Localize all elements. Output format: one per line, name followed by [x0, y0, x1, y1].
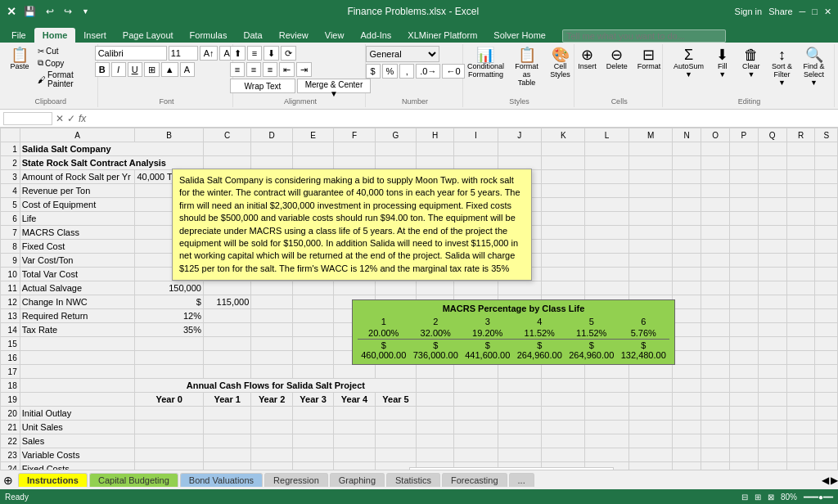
cell-f19[interactable]: Year 4	[334, 393, 375, 407]
quick-access-undo[interactable]: ↩	[43, 5, 56, 18]
zoom-slider[interactable]: ━━━●━━	[804, 493, 833, 502]
fill-color-button[interactable]: ▲	[161, 62, 178, 77]
formula-bar-check-icon[interactable]: ✓	[67, 113, 75, 124]
cut-button[interactable]: ✂ Cut	[34, 46, 92, 56]
tab-more[interactable]: ...	[509, 473, 534, 487]
font-name-input[interactable]	[95, 46, 167, 61]
maximize-button[interactable]: □	[812, 7, 818, 16]
bold-button[interactable]: B	[95, 62, 110, 77]
cell-a6[interactable]: Life	[20, 212, 135, 226]
cell-a4[interactable]: Revenue per Ton	[20, 184, 135, 198]
tab-file[interactable]: File	[3, 28, 34, 43]
search-input[interactable]	[562, 29, 726, 43]
format-cell-button[interactable]: ⊟ Format	[634, 46, 665, 72]
add-sheet-button[interactable]: ⊕	[3, 474, 13, 487]
tab-addins[interactable]: Add-Ins	[352, 28, 399, 43]
cell-c12[interactable]: 115,000	[203, 295, 250, 309]
col-header-k[interactable]: K	[542, 128, 585, 142]
col-header-d[interactable]: D	[251, 128, 292, 142]
tab-solver[interactable]: Solver Home	[485, 28, 554, 43]
tab-data[interactable]: Data	[235, 28, 270, 43]
page-layout-icon[interactable]: ⊞	[755, 493, 761, 502]
cell-b11[interactable]: 150,000	[135, 281, 203, 295]
orientation-button[interactable]: ⟳	[281, 46, 296, 61]
cell-a11[interactable]: Actual Salvage	[20, 281, 135, 295]
tab-xlminer[interactable]: XLMiner Platform	[399, 28, 485, 43]
increase-font-button[interactable]: A↑	[200, 46, 219, 61]
normal-view-icon[interactable]: ⊟	[741, 493, 748, 502]
font-size-input[interactable]	[169, 46, 198, 61]
scroll-right-icon[interactable]: ▶	[831, 475, 838, 486]
col-header-l[interactable]: L	[585, 128, 628, 142]
cell-a3[interactable]: Amount of Rock Salt per Yr	[20, 170, 135, 184]
tab-bond-valuations[interactable]: Bond Valuations	[180, 473, 263, 487]
copy-button[interactable]: ⧉ Copy	[34, 57, 92, 69]
page-break-icon[interactable]: ⊠	[768, 493, 774, 502]
name-box[interactable]	[3, 112, 52, 125]
align-middle-button[interactable]: ≡	[247, 46, 262, 61]
tab-insert[interactable]: Insert	[75, 28, 115, 43]
tab-formulas[interactable]: Formulas	[182, 28, 236, 43]
wrap-text-button[interactable]: Wrap Text	[230, 79, 295, 93]
tab-instructions[interactable]: Instructions	[18, 473, 88, 487]
col-header-j[interactable]: J	[498, 128, 541, 142]
cell-b12[interactable]: $	[135, 295, 203, 309]
quick-access-redo[interactable]: ↪	[61, 5, 74, 18]
signin-button[interactable]: Sign in	[735, 7, 763, 16]
format-painter-button[interactable]: 🖌 Format Painter	[34, 70, 92, 89]
col-header-n[interactable]: N	[673, 128, 701, 142]
cell-a8[interactable]: Fixed Cost	[20, 240, 135, 254]
tab-review[interactable]: Review	[271, 28, 317, 43]
tab-page-layout[interactable]: Page Layout	[115, 28, 182, 43]
cell-b13[interactable]: 12%	[135, 309, 203, 323]
col-header-h[interactable]: H	[417, 128, 454, 142]
col-header-c[interactable]: C	[203, 128, 250, 142]
decrease-decimal-button[interactable]: ←0	[442, 64, 464, 79]
paste-button[interactable]: 📋 Paste	[8, 46, 31, 72]
delete-cell-button[interactable]: ⊖ Delete	[603, 46, 631, 72]
cell-a13[interactable]: Required Return	[20, 309, 135, 323]
insert-cell-button[interactable]: ⊕ Insert	[574, 46, 600, 72]
increase-decimal-button[interactable]: .0→	[416, 64, 440, 79]
close-button[interactable]: ✕	[824, 7, 831, 17]
minimize-button[interactable]: ─	[800, 7, 806, 16]
col-header-r[interactable]: R	[786, 128, 815, 142]
cell-b18[interactable]: Annual Cash Flows for Salida Salt Projec…	[135, 379, 417, 393]
percent-button[interactable]: %	[382, 64, 399, 79]
tab-view[interactable]: View	[317, 28, 353, 43]
border-button[interactable]: ⊞	[144, 62, 160, 77]
cell-b14[interactable]: 35%	[135, 323, 203, 337]
underline-button[interactable]: U	[128, 62, 142, 77]
align-center-button[interactable]: ≡	[246, 62, 261, 77]
indent-increase-button[interactable]: ⇥	[296, 62, 312, 77]
formula-bar-function-icon[interactable]: ✕	[56, 113, 64, 124]
cell-a1[interactable]: Salida Salt Company	[20, 142, 203, 156]
col-header-g[interactable]: G	[375, 128, 416, 142]
cell-b19[interactable]: Year 0	[135, 393, 203, 407]
conditional-formatting-button[interactable]: 📊 ConditionalFormatting	[466, 46, 505, 80]
cell-c19[interactable]: Year 1	[203, 393, 250, 407]
col-header-a[interactable]: A	[20, 128, 135, 142]
tab-capital-budgeting[interactable]: Capital Budgeting	[89, 473, 178, 487]
sort-filter-button[interactable]: ↕ Sort &Filter ▼	[768, 46, 795, 88]
merge-center-button[interactable]: Merge & Center ▼	[297, 79, 371, 93]
col-header-f[interactable]: F	[334, 128, 375, 142]
tab-regression[interactable]: Regression	[264, 473, 328, 487]
cell-g19[interactable]: Year 5	[375, 393, 416, 407]
cell-a2[interactable]: State Rock Salt Contract Analysis	[20, 156, 203, 170]
cell-a14[interactable]: Tax Rate	[20, 323, 135, 337]
cell-styles-button[interactable]: 🎨 CellStyles	[548, 46, 573, 80]
cell-a5[interactable]: Cost of Equipment	[20, 198, 135, 212]
align-bottom-button[interactable]: ⬇	[264, 46, 279, 61]
tab-graphing[interactable]: Graphing	[330, 473, 385, 487]
col-header-p[interactable]: P	[729, 128, 758, 142]
clear-button[interactable]: 🗑 Clear ▼	[737, 46, 765, 80]
comma-button[interactable]: ,	[399, 64, 414, 79]
format-as-table-button[interactable]: 📋 Format asTable	[509, 46, 545, 88]
col-header-m[interactable]: M	[628, 128, 672, 142]
cell-a7[interactable]: MACRS Class	[20, 226, 135, 240]
cell-e19[interactable]: Year 3	[292, 393, 333, 407]
tab-forecasting[interactable]: Forecasting	[442, 473, 507, 487]
quick-access-dropdown[interactable]: ▼	[79, 7, 92, 16]
italic-button[interactable]: I	[111, 62, 126, 77]
